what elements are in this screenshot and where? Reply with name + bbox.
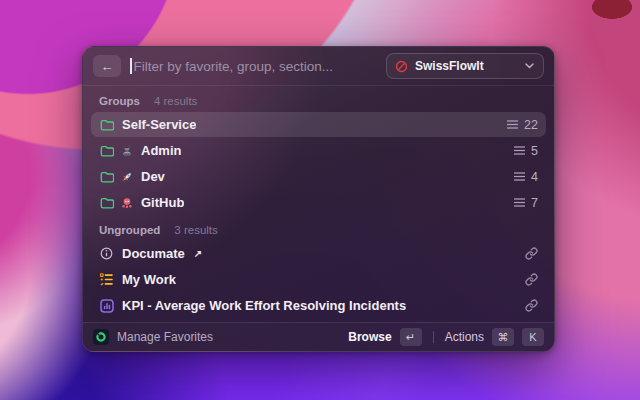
technologist-emoji-icon (120, 145, 133, 157)
link-icon (525, 299, 538, 312)
list-item-my-work[interactable]: My Work (91, 267, 546, 292)
search-input[interactable] (132, 59, 378, 74)
item-trailing (525, 273, 538, 286)
list-item-admin[interactable]: Admin 5 (91, 138, 546, 163)
actions-menu[interactable]: Actions (445, 330, 484, 344)
item-count: 5 (531, 144, 538, 158)
results-list: Groups 4 results Self-Service 22 (83, 86, 554, 318)
item-count: 22 (524, 118, 538, 132)
browse-action[interactable]: Browse (348, 330, 391, 344)
list-item-documate[interactable]: Documate ↗ (91, 241, 546, 266)
list-item-github[interactable]: GitHub 7 (91, 190, 546, 215)
list-item-dev[interactable]: Dev 4 (91, 164, 546, 189)
status-bar: Manage Favorites Browse ↵ Actions ⌘ K (83, 322, 554, 351)
app-icon (93, 329, 109, 345)
folder-icon (99, 145, 114, 157)
footer-divider (433, 331, 434, 343)
item-count: 7 (531, 196, 538, 210)
list-lines-icon (514, 146, 525, 155)
section-title: Ungrouped (99, 224, 160, 236)
list-item-label: Documate (122, 246, 185, 261)
list-item-label: My Work (122, 272, 176, 287)
scope-dropdown[interactable]: SwissFlowIt (386, 53, 544, 79)
list-item-label: Admin (141, 143, 181, 158)
rocket-emoji-icon (120, 171, 133, 183)
section-header-ungrouped: Ungrouped 3 results (91, 216, 546, 241)
item-count: 4 (531, 170, 538, 184)
k-key[interactable]: K (522, 328, 544, 346)
search-header: ← SwissFlowIt (83, 47, 554, 86)
list-item-label: KPI - Average Work Effort Resolving Inci… (122, 298, 406, 313)
list-item-label: Dev (141, 169, 165, 184)
link-icon (525, 273, 538, 286)
list-lines-icon (507, 120, 518, 129)
list-item-self-service[interactable]: Self-Service 22 (91, 112, 546, 137)
external-link-arrow: ↗ (194, 248, 202, 259)
back-arrow-icon: ← (101, 59, 114, 74)
item-trailing: 5 (514, 144, 538, 158)
swissflowit-logo-icon (395, 60, 408, 73)
info-icon (99, 247, 114, 260)
list-lines-icon (514, 172, 525, 181)
search-input-wrap (130, 58, 377, 74)
item-trailing (525, 247, 538, 260)
item-trailing (525, 299, 538, 312)
section-title: Groups (99, 95, 140, 107)
bar-chart-icon (99, 299, 114, 313)
octopus-emoji-icon (120, 197, 133, 209)
list-lines-icon (514, 198, 525, 207)
list-item-label: GitHub (141, 195, 184, 210)
command-palette-window: ← SwissFlowIt Groups 4 results (82, 46, 555, 352)
manage-favorites-label[interactable]: Manage Favorites (117, 330, 213, 344)
folder-icon (99, 171, 114, 183)
chevron-down-icon (525, 63, 534, 69)
command-key[interactable]: ⌘ (492, 328, 514, 346)
return-key[interactable]: ↵ (400, 328, 422, 346)
item-trailing: 4 (514, 170, 538, 184)
back-button[interactable]: ← (93, 55, 121, 77)
list-item-label: Self-Service (122, 117, 196, 132)
section-results-count: 3 results (174, 224, 217, 236)
list-item-kpi[interactable]: KPI - Average Work Effort Resolving Inci… (91, 293, 546, 318)
section-results-count: 4 results (154, 95, 197, 107)
item-trailing: 22 (507, 118, 538, 132)
folder-icon (99, 197, 114, 209)
scope-label: SwissFlowIt (415, 59, 518, 73)
folder-icon (99, 119, 114, 131)
section-header-groups: Groups 4 results (91, 87, 546, 112)
item-trailing: 7 (514, 196, 538, 210)
link-icon (525, 247, 538, 260)
task-list-icon (99, 273, 114, 286)
